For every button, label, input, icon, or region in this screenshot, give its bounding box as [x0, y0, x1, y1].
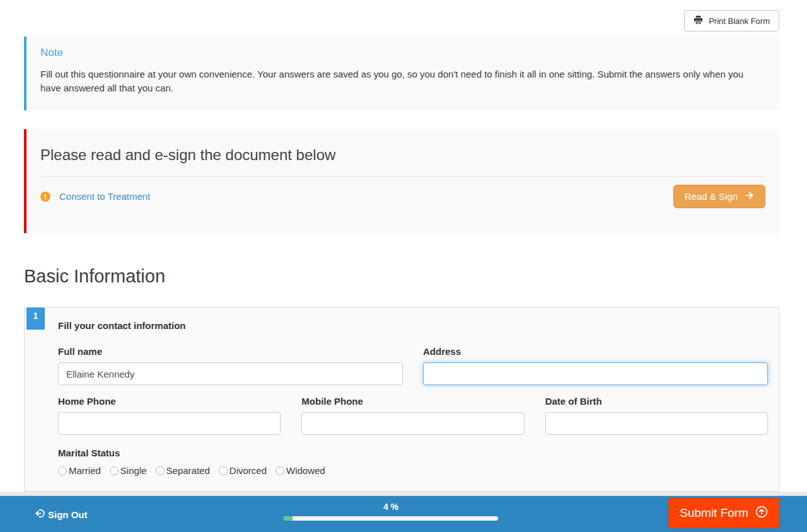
progress-bar-fill [284, 516, 293, 521]
note-body-text: Fill out this questionnaire at your own … [40, 67, 765, 95]
footer-top-strip [0, 492, 807, 496]
marital-status-group: Marital Status Married Single Separated [58, 448, 768, 476]
field-row-2: Home Phone Mobile Phone Date of Birth [58, 396, 768, 435]
field-row-1: Full name Address [58, 346, 768, 385]
radio-button-icon[interactable] [156, 466, 165, 475]
read-and-sign-button[interactable]: Read & Sign [673, 185, 765, 208]
progress-indicator: 4 % [284, 502, 498, 521]
submit-form-button[interactable]: Submit Form [668, 498, 779, 528]
full-name-input[interactable] [58, 362, 403, 385]
marital-status-options: Married Single Separated Divorced [58, 465, 768, 476]
date-of-birth-label: Date of Birth [545, 396, 768, 407]
warning-icon: ! [40, 192, 50, 202]
mobile-phone-group: Mobile Phone [301, 396, 524, 435]
address-group: Address [423, 346, 768, 385]
date-of-birth-group: Date of Birth [545, 396, 768, 435]
date-of-birth-input[interactable] [545, 412, 768, 435]
home-phone-input[interactable] [58, 412, 281, 435]
marital-status-label: Marital Status [58, 448, 768, 458]
print-blank-form-button[interactable]: Print Blank Form [684, 10, 779, 32]
arrow-right-icon [745, 191, 754, 202]
radio-option-separated[interactable]: Separated [156, 465, 210, 476]
print-blank-form-label: Print Blank Form [709, 16, 770, 26]
printer-icon [694, 15, 703, 26]
submit-form-label: Submit Form [680, 506, 748, 520]
page-title: Basic Information [24, 266, 165, 287]
radio-option-divorced[interactable]: Divorced [219, 465, 267, 476]
sign-out-icon [35, 508, 45, 520]
progress-bar-track [284, 516, 498, 521]
fields-container: Full name Address Home Phone Mobile Phon… [58, 346, 768, 476]
radio-button-icon[interactable] [110, 466, 119, 475]
mobile-phone-label: Mobile Phone [301, 396, 524, 407]
radio-button-icon[interactable] [58, 466, 67, 475]
consent-to-treatment-link[interactable]: Consent to Treatment [59, 191, 150, 202]
esign-document-row: ! Consent to Treatment Read & Sign [40, 185, 765, 208]
full-name-group: Full name [58, 346, 403, 385]
step-number-badge: 1 [26, 308, 45, 330]
radio-option-widowed[interactable]: Widowed [276, 465, 325, 476]
radio-button-icon[interactable] [276, 466, 284, 475]
note-box: Note Fill out this questionnaire at your… [24, 37, 779, 110]
radio-option-label: Married [69, 465, 101, 476]
read-and-sign-label: Read & Sign [685, 191, 738, 202]
home-phone-label: Home Phone [58, 396, 281, 407]
mobile-phone-input[interactable] [301, 412, 524, 435]
esign-box: Please read and e-sign the document belo… [24, 129, 779, 233]
card-title: Fill your contact information [58, 320, 779, 331]
radio-option-label: Divorced [229, 465, 267, 476]
radio-option-married[interactable]: Married [58, 465, 101, 476]
address-input[interactable] [423, 362, 768, 385]
radio-option-label: Separated [166, 465, 210, 476]
patient-intake-form-page: Print Blank Form Note Fill out this ques… [0, 0, 807, 532]
home-phone-group: Home Phone [58, 396, 281, 435]
esign-heading: Please read and e-sign the document belo… [40, 129, 765, 164]
sign-out-label: Sign Out [48, 509, 88, 519]
address-label: Address [423, 346, 768, 357]
arrow-up-circle-icon [755, 506, 768, 521]
radio-option-single[interactable]: Single [110, 465, 147, 476]
sign-out-button[interactable]: Sign Out [35, 508, 88, 520]
contact-information-card: 1 Fill your contact information Full nam… [24, 307, 779, 492]
note-title: Note [40, 47, 765, 59]
radio-option-label: Widowed [286, 465, 325, 476]
radio-button-icon[interactable] [219, 466, 228, 475]
full-name-label: Full name [58, 346, 403, 357]
radio-option-label: Single [120, 465, 147, 476]
esign-divider [40, 176, 765, 176]
progress-percent-label: 4 % [284, 502, 498, 512]
footer-bar: Sign Out 4 % Submit Form [0, 496, 807, 532]
